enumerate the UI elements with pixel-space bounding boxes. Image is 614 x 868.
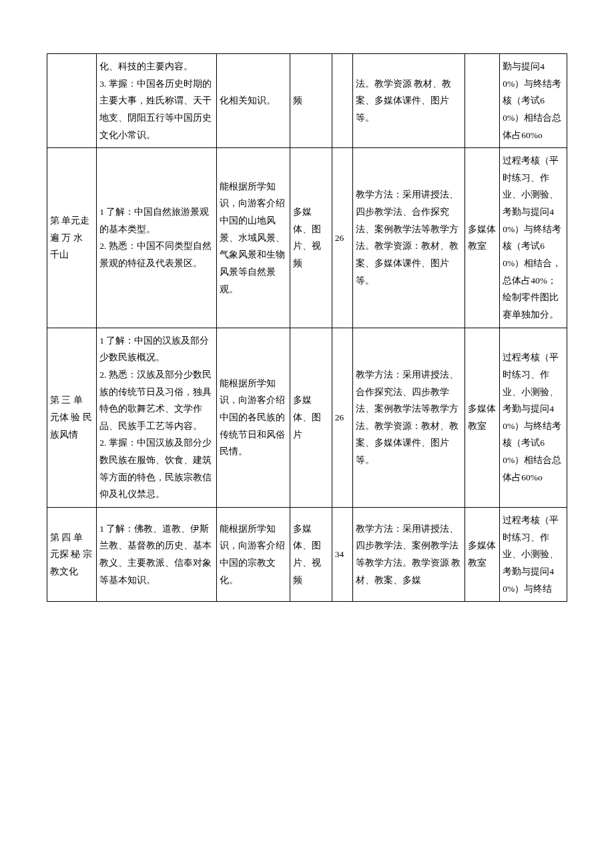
cell-unit <box>47 54 97 148</box>
cell-method: 教学方法：采用讲授法、合作探究法、四步教学法、案例教学法等教学方法。教学资源：教… <box>352 328 465 507</box>
cell-media: 频 <box>290 54 332 148</box>
cell-media: 多媒体、图片、视频 <box>290 508 332 602</box>
cell-assess: 过程考核（平时练习、作业、小测验、考勤与提问40%）与终结考核（考试60%）相结… <box>500 148 567 328</box>
cell-place: 多媒体教室 <box>465 328 500 507</box>
cell-hours: 34 <box>332 508 352 602</box>
course-table: 化、科技的主要内容。3. 掌握：中国各历史时期的主要大事，姓氏称谓、天干地支、阴… <box>47 53 567 602</box>
cell-hours: 26 <box>332 328 352 507</box>
table-row: 第 三 单 元体 验 民 族风情 1 了解：中国的汉族及部分少数民族概况。2. … <box>47 328 567 507</box>
cell-unit: 第 单元走遍 万 水 千山 <box>47 148 97 328</box>
cell-knowledge: 1 了解：中国自然旅游景观的基本类型。2. 熟悉：中国不同类型自然景观的特征及代… <box>97 148 217 328</box>
page-container: 化、科技的主要内容。3. 掌握：中国各历史时期的主要大事，姓氏称谓、天干地支、阴… <box>0 0 614 628</box>
cell-unit: 第 三 单 元体 验 民 族风情 <box>47 328 97 507</box>
table-row: 第 单元走遍 万 水 千山 1 了解：中国自然旅游景观的基本类型。2. 熟悉：中… <box>47 148 567 328</box>
cell-method: 教学方法：采用讲授法、四步教学法、合作探究法、案例教学法等教学方法。教学资源：教… <box>352 148 465 328</box>
cell-assess: 过程考核（平时练习、作业、小测验、考勤与提问40%）与终结 <box>500 508 567 602</box>
cell-unit: 第 四 单 元探 秘 宗 教文化 <box>47 508 97 602</box>
cell-hours <box>332 54 352 148</box>
table-body: 化、科技的主要内容。3. 掌握：中国各历史时期的主要大事，姓氏称谓、天干地支、阴… <box>47 54 567 602</box>
cell-media: 多媒体、图片 <box>290 328 332 507</box>
cell-assess: 勤与提问40%）与终结考核（考试60%）相结合总体占60%o <box>500 54 567 148</box>
table-row: 化、科技的主要内容。3. 掌握：中国各历史时期的主要大事，姓氏称谓、天干地支、阴… <box>47 54 567 148</box>
table-row: 第 四 单 元探 秘 宗 教文化 1 了解：佛教、道教、伊斯兰教、基督教的历史、… <box>47 508 567 602</box>
cell-skill: 化相关知识。 <box>217 54 290 148</box>
cell-skill: 能根据所学知识，向游客介绍中国的各民族的传统节日和风俗民情。 <box>217 328 290 507</box>
cell-place <box>465 54 500 148</box>
cell-place: 多媒体教室 <box>465 148 500 328</box>
cell-hours: 26 <box>332 148 352 328</box>
cell-method: 法。教学资源 教材、教案、多媒体课件、图片等。 <box>352 54 465 148</box>
cell-skill: 能根据所学知识，向游客介绍中国的宗教文化。 <box>217 508 290 602</box>
cell-knowledge: 1 了解：中国的汉族及部分少数民族概况。2. 熟悉：汉族及部分少数民族的传统节日… <box>97 328 217 507</box>
cell-media: 多媒体、图片、视频 <box>290 148 332 328</box>
cell-knowledge: 化、科技的主要内容。3. 掌握：中国各历史时期的主要大事，姓氏称谓、天干地支、阴… <box>97 54 217 148</box>
cell-skill: 能根据所学知识，向游客介绍中国的山地风景、水域风景、气象风景和生物风景等自然景观… <box>217 148 290 328</box>
cell-knowledge: 1 了解：佛教、道教、伊斯兰教、基督教的历史、基本教义、主要教派、信奉对象等基本… <box>97 508 217 602</box>
cell-assess: 过程考核（平时练习、作业、小测验、考勤与提问40%）与终结考核（考试60%）相结… <box>500 328 567 507</box>
cell-place: 多媒体教室 <box>465 508 500 602</box>
cell-method: 教学方法：采用讲授法、四步教学法、案例教学法等教学方法。教学资源 教材、教案、多… <box>352 508 465 602</box>
